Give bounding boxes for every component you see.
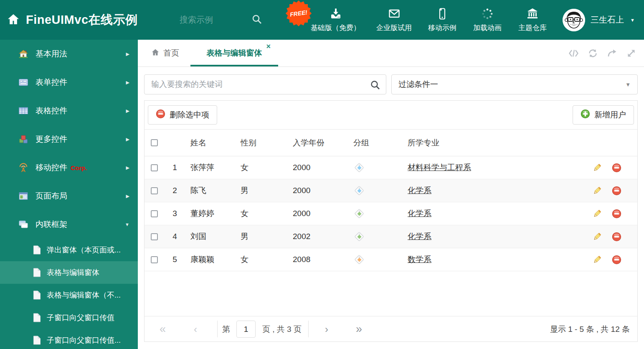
major-link[interactable]: 化学系 [408,209,431,218]
filter-dropdown[interactable]: 过滤条件一 ▼ [391,74,638,94]
source-code-icon[interactable] [568,48,579,59]
cell-year: 2002 [287,232,347,241]
last-page-button[interactable]: » [356,316,362,342]
major-link[interactable]: 化学系 [408,186,431,195]
cell-index: 4 [165,232,184,241]
page-number-input[interactable] [236,321,256,338]
header-nav-label: 加载动画 [473,23,502,33]
row-checkbox[interactable] [151,210,158,217]
header-nav-label: 企业版试用 [376,23,412,33]
keyword-search-input[interactable] [151,75,368,94]
row-checkbox[interactable] [151,164,158,171]
table-row: 4 刘国 男 2002 化学系 [145,225,637,248]
tab-toolbar [568,48,636,59]
edit-pencil-icon[interactable] [592,186,602,196]
column-gender: 性别 [234,138,287,148]
delete-row-icon[interactable] [612,232,621,242]
header-nav-item[interactable]: 企业版试用 [376,8,412,33]
add-user-button[interactable]: 新增用户 [573,105,634,125]
content-area: 过滤条件一 ▼ 删除选中项 新增用户 姓名 性别 入学年份 分组 [138,67,644,349]
sidebar-item-label: 移动控件 [35,162,67,173]
chevron-down-icon: ▼ [630,18,635,23]
open-new-window-icon[interactable] [607,48,617,59]
tab-home[interactable]: 首页 [151,40,179,66]
cell-index: 2 [165,186,184,195]
tab-label: 表格与编辑窗体 [207,48,262,59]
delete-row-icon[interactable] [612,163,621,173]
next-page-button[interactable]: › [325,316,328,342]
major-link[interactable]: 材料科学与工程系 [408,163,471,172]
edit-pencil-icon[interactable] [592,163,602,173]
header-nav-item[interactable]: 移动示例 [428,8,457,33]
header-search-input[interactable] [180,13,244,27]
delete-selected-button[interactable]: 删除选中项 [148,105,217,125]
expand-arrow-icon: ▶ [126,137,129,142]
header-nav-label: 基础版（免费） [311,23,360,33]
tab-grid-edit-window[interactable]: 表格与编辑窗体 × [190,40,278,66]
free-badge: FREE! [287,1,311,25]
fullscreen-icon[interactable] [626,48,636,59]
pagination-bar: « ‹ 第 页 , 共 3 页 › » 显示 1 - 5 条 , 共 12 条 [145,316,637,341]
sidebar-item[interactable]: 表格控件 ▶ [0,97,138,125]
tag-icon [354,255,364,265]
sidebar-item[interactable]: 更多控件 ▶ [0,125,138,153]
sidebar-subitem-label: 表格与编辑窗体（不... [47,290,121,300]
sidebar-subitem[interactable]: 弹出窗体（本页面或... [0,239,138,261]
sidebar-item-label: 表单控件 [35,77,67,88]
sidebar-item-label: 基本用法 [35,48,67,59]
plus-circle-icon [581,109,590,121]
edit-pencil-icon[interactable] [592,209,602,219]
user-menu[interactable]: 三生石上 ▼ [563,0,635,40]
delete-row-icon[interactable] [612,186,621,196]
header-nav-item[interactable]: 基础版（免费） [311,8,360,33]
tab-bar: 首页 表格与编辑窗体 × [138,40,644,67]
close-icon[interactable]: × [266,43,271,50]
row-checkbox[interactable] [151,187,158,194]
logo[interactable]: FineUIMvc在线示例 [7,0,138,40]
tag-icon [354,163,364,173]
select-all-checkbox[interactable] [151,139,158,146]
column-year: 入学年份 [287,138,347,148]
prev-page-button[interactable]: ‹ [194,316,197,342]
cell-gender: 男 [234,231,287,242]
expand-arrow-icon: ▶ [126,165,129,171]
expand-arrow-icon: ▶ [126,80,129,85]
page-label-prefix: 第 [222,316,230,342]
sidebar-item[interactable]: 内联框架 ▼ [0,210,138,239]
delete-row-icon[interactable] [612,255,621,265]
major-link[interactable]: 化学系 [408,232,431,241]
tag-icon [354,209,364,219]
minus-circle-icon [156,109,165,121]
avatar[interactable] [563,9,585,31]
cell-index: 3 [165,209,184,218]
delete-row-icon[interactable] [612,209,621,219]
download-icon [330,8,342,20]
row-checkbox[interactable] [151,233,158,240]
sidebar-item[interactable]: 基本用法 ▶ [0,40,138,68]
sidebar-item[interactable]: 移动控件 Corp. ▶ [0,153,138,182]
row-checkbox[interactable] [151,256,158,263]
header-nav-item[interactable]: 主题仓库 [518,8,547,33]
edit-pencil-icon[interactable] [592,232,602,242]
sidebar-subitem[interactable]: 表格与编辑窗体（不... [0,284,138,306]
sidebar-item[interactable]: 表单控件 ▶ [0,68,138,97]
sidebar-subitem[interactable]: 表格与编辑窗体 [0,261,138,284]
table-body: 1 张萍萍 女 2000 材料科学与工程系 [145,156,637,271]
form-icon [18,77,28,87]
sidebar-subitem[interactable]: 子窗口向父窗口传值... [0,329,138,349]
grid-toolbar: 删除选中项 新增用户 [145,101,637,130]
cell-index: 5 [165,255,184,264]
column-name: 姓名 [184,138,234,148]
sidebar-item-label: 内联框架 [35,219,67,230]
edit-pencil-icon[interactable] [592,255,602,265]
search-icon[interactable] [251,14,262,25]
sidebar-subitem[interactable]: 子窗口向父窗口传值 [0,306,138,329]
table-row: 1 张萍萍 女 2000 材料科学与工程系 [145,156,637,179]
header-nav-item[interactable]: 加载动画 [473,8,502,33]
search-icon[interactable] [370,80,380,90]
major-link[interactable]: 数学系 [408,255,431,264]
first-page-button[interactable]: « [160,316,166,342]
refresh-icon[interactable] [588,48,598,59]
sidebar-item[interactable]: 页面布局 ▶ [0,182,138,210]
table-row: 3 董婷婷 女 2000 化学系 [145,202,637,225]
